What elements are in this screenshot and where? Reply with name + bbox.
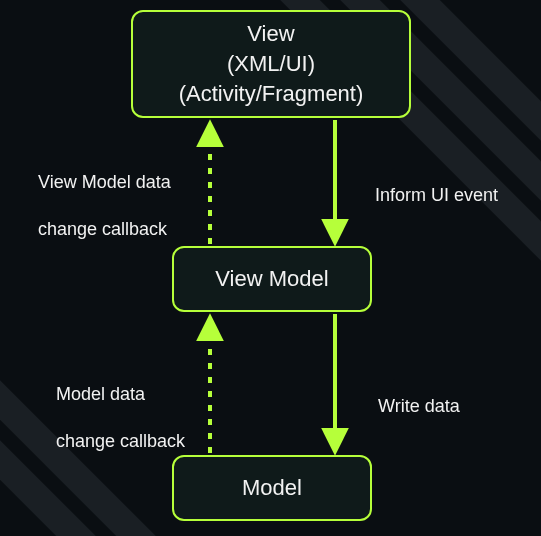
model-callback-label: Model data change callback (36, 360, 185, 477)
mvvm-diagram: View (XML/UI) (Activity/Fragment) View M… (0, 0, 541, 536)
vm-callback-line2: change callback (38, 219, 167, 239)
viewmodel-label: View Model (215, 264, 328, 294)
write-data-text: Write data (378, 396, 460, 416)
view-box: View (XML/UI) (Activity/Fragment) (131, 10, 411, 118)
model-box: Model (172, 455, 372, 521)
model-callback-line2: change callback (56, 431, 185, 451)
view-title-line3: (Activity/Fragment) (179, 79, 364, 109)
model-callback-line1: Model data (56, 384, 145, 404)
write-data-label: Write data (358, 372, 460, 442)
vm-callback-line1: View Model data (38, 172, 171, 192)
inform-ui-label: Inform UI event (355, 161, 498, 231)
vm-callback-label: View Model data change callback (18, 148, 171, 265)
inform-ui-text: Inform UI event (375, 185, 498, 205)
viewmodel-box: View Model (172, 246, 372, 312)
view-title-line2: (XML/UI) (227, 49, 315, 79)
model-label: Model (242, 473, 302, 503)
view-title-line1: View (247, 19, 294, 49)
